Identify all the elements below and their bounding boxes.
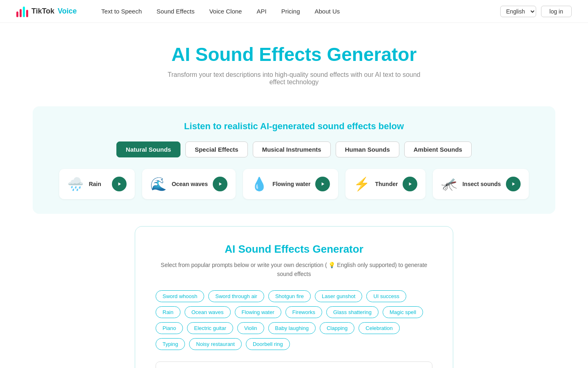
generator-title: AI Sound Effects Generator (156, 243, 432, 256)
prompt-tag[interactable]: Electric guitar (187, 322, 233, 334)
category-tab-special-effects[interactable]: Special Effects (185, 141, 248, 157)
nav-link-about-us[interactable]: About Us (315, 8, 340, 15)
category-tab-human-sounds[interactable]: Human Sounds (336, 141, 399, 157)
header-right: English 中文 日本語 log in (500, 6, 572, 17)
demo-heading: Listen to realistic AI-generated sound e… (49, 121, 539, 132)
sound-label: Ocean waves (172, 180, 208, 188)
category-tab-natural-sounds[interactable]: Natural Sounds (116, 141, 180, 157)
logo-tiktok-text: TikTok (31, 7, 54, 16)
sound-label: Flowing water (272, 180, 310, 188)
demo-section: Listen to realistic AI-generated sound e… (33, 106, 555, 214)
logo[interactable]: TikTok Voice (16, 6, 77, 17)
hero-subtitle: Transform your text descriptions into hi… (163, 71, 425, 86)
prompt-tag[interactable]: Piano (156, 322, 183, 334)
sound-emoji: 💧 (251, 176, 267, 192)
prompt-tag[interactable]: Fireworks (285, 306, 322, 318)
nav-link-sound-effects[interactable]: Sound Effects (156, 8, 194, 15)
prompt-tag[interactable]: Laser gunshot (315, 290, 362, 302)
prompt-tag[interactable]: Celebration (359, 322, 400, 334)
hero-title: AI Sound Effects Generator (8, 43, 580, 65)
play-button[interactable] (213, 177, 227, 191)
sound-emoji: 🌊 (150, 176, 167, 192)
prompt-tag[interactable]: Ocean waves (185, 306, 231, 318)
prompt-tag[interactable]: UI success (366, 290, 406, 302)
nav-link-voice-clone[interactable]: Voice Clone (209, 8, 242, 15)
category-tab-musical-instruments[interactable]: Musical Instruments (253, 141, 331, 157)
play-button[interactable] (112, 177, 127, 191)
logo-voice-text: Voice (58, 7, 77, 16)
category-tab-ambient-sounds[interactable]: Ambient Sounds (404, 141, 472, 157)
prompt-tag[interactable]: Violin (237, 322, 264, 334)
prompt-tag[interactable]: Shotgun fire (268, 290, 311, 302)
sound-cards: 🌧️Rain🌊Ocean waves💧Flowing water⚡Thunder… (49, 169, 539, 199)
sound-label: Insect sounds (462, 180, 501, 188)
prompt-tag[interactable]: Magic spell (383, 306, 423, 318)
sound-card: 🌊Ocean waves (142, 169, 236, 199)
prompts-grid: Sword whooshSword through airShotgun fir… (156, 290, 432, 350)
prompt-tag[interactable]: Noisy restaurant (189, 338, 242, 350)
prompt-tag[interactable]: Typing (156, 338, 185, 350)
nav-link-pricing[interactable]: Pricing (281, 8, 300, 15)
main-nav: Text to SpeechSound EffectsVoice CloneAP… (101, 8, 500, 15)
logo-icon (16, 6, 28, 17)
sound-label: Thunder (375, 180, 398, 188)
nav-link-api[interactable]: API (256, 8, 266, 15)
prompt-tag[interactable]: Glass shattering (326, 306, 379, 318)
prompt-tag[interactable]: Sword whoosh (156, 290, 204, 302)
sound-card: 💧Flowing water (243, 169, 338, 199)
prompt-tag[interactable]: Flowing water (235, 306, 281, 318)
sound-emoji: 🦟 (441, 176, 457, 192)
generator-section: AI Sound Effects Generator Select from p… (135, 226, 453, 368)
prompt-tag[interactable]: Clapping (320, 322, 354, 334)
sound-card: ⚡Thunder (345, 169, 425, 199)
prompt-tag[interactable]: Baby laughing (268, 322, 316, 334)
prompt-tag[interactable]: Doorbell ring (246, 338, 290, 350)
sound-emoji: 🌧️ (67, 176, 84, 192)
header: TikTok Voice Text to SpeechSound Effects… (0, 0, 588, 23)
login-button[interactable]: log in (541, 6, 572, 17)
sound-description-input[interactable] (156, 361, 432, 368)
nav-link-text-to-speech[interactable]: Text to Speech (101, 8, 142, 15)
category-tabs: Natural SoundsSpecial EffectsMusical Ins… (49, 141, 539, 157)
sound-card: 🌧️Rain (59, 169, 135, 199)
play-button[interactable] (506, 177, 521, 191)
prompt-tag[interactable]: Rain (156, 306, 180, 318)
hero-section: AI Sound Effects Generator Transform you… (0, 23, 588, 98)
sound-card: 🦟Insect sounds (433, 169, 528, 199)
play-button[interactable] (315, 177, 330, 191)
generator-subtitle: Select from popular prompts below or wri… (156, 260, 432, 279)
sound-label: Rain (89, 180, 107, 188)
sound-emoji: ⚡ (354, 176, 370, 192)
play-button[interactable] (403, 177, 417, 191)
language-select[interactable]: English 中文 日本語 (500, 6, 536, 17)
prompt-tag[interactable]: Sword through air (208, 290, 264, 302)
